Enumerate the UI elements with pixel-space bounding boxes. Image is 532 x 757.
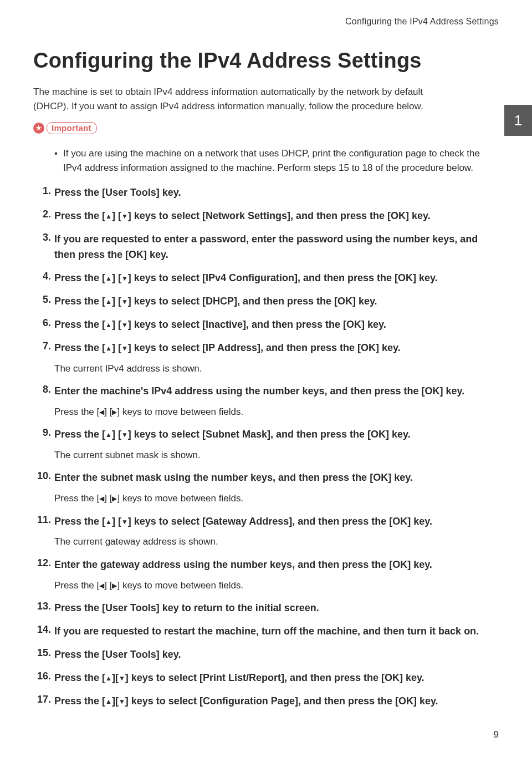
step-item: Press the [▲] [▼] keys to select [Gatewa… (33, 514, 499, 550)
up-arrow-icon: ▲ (105, 517, 112, 527)
page-title: Configuring the IPv4 Address Settings (33, 49, 499, 73)
right-arrow-icon: ▶ (112, 581, 117, 591)
step-note: Press the [◀] [▶] keys to move between f… (54, 405, 499, 419)
step-text: Press the [▲] [▼] keys to select [Gatewa… (54, 514, 499, 530)
down-arrow-icon: ▼ (121, 211, 128, 222)
step-text: Press the [▲] [▼] keys to select [Inacti… (54, 317, 499, 333)
left-arrow-icon: ◀ (99, 407, 104, 418)
important-badge: ★ Important (33, 122, 97, 134)
step-note: Press the [◀] [▶] keys to move between f… (54, 578, 499, 593)
steps-list: Press the [User Tools] key.Press the [▲]… (33, 185, 499, 709)
step-item: Press the [User Tools] key. (33, 185, 499, 201)
down-arrow-icon: ▼ (119, 673, 125, 684)
step-text: Press the [▲] [▼] keys to select [DHCP],… (54, 294, 499, 309)
running-header: Configuring the IPv4 Address Settings (33, 17, 499, 27)
step-note: The current gateway address is shown. (54, 535, 499, 549)
step-item: Press the [▲] [▼] keys to select [Inacti… (33, 317, 499, 333)
intro-paragraph: The machine is set to obtain IPv4 addres… (33, 85, 460, 114)
step-item: Press the [▲][▼] keys to select [Configu… (33, 694, 499, 709)
step-text: Press the [▲] [▼] keys to select [IP Add… (54, 341, 499, 356)
step-text: Enter the gateway address using the numb… (54, 557, 499, 573)
step-item: Press the [▲] [▼] keys to select [Subnet… (33, 427, 499, 463)
up-arrow-icon: ▲ (105, 273, 112, 284)
left-arrow-icon: ◀ (99, 494, 104, 504)
star-icon: ★ (33, 123, 44, 134)
step-item: Press the [User Tools] key to return to … (33, 601, 499, 616)
up-arrow-icon: ▲ (105, 211, 112, 222)
down-arrow-icon: ▼ (121, 343, 128, 354)
step-item: Press the [▲] [▼] keys to select [IPv4 C… (33, 271, 499, 286)
important-label: Important (47, 122, 97, 134)
down-arrow-icon: ▼ (121, 320, 128, 331)
step-item: Enter the machine's IPv4 address using t… (33, 384, 499, 419)
step-text: Press the [▲][▼] keys to select [Configu… (54, 694, 499, 709)
down-arrow-icon: ▼ (119, 697, 125, 707)
right-arrow-icon: ▶ (112, 407, 117, 418)
step-text: Press the [User Tools] key. (54, 185, 499, 201)
page-number: 9 (494, 729, 499, 740)
important-bullet: If you are using the machine on a networ… (54, 146, 499, 176)
page: Configuring the IPv4 Address Settings Co… (0, 0, 532, 757)
step-item: Enter the gateway address using the numb… (33, 557, 499, 593)
step-item: If you are requested to enter a password… (33, 232, 499, 263)
step-text: Enter the subnet mask using the number k… (54, 470, 499, 486)
step-item: Press the [User Tools] key. (33, 647, 499, 663)
step-item: Press the [▲] [▼] keys to select [IP Add… (33, 341, 499, 376)
right-arrow-icon: ▶ (112, 494, 117, 504)
up-arrow-icon: ▲ (105, 343, 112, 354)
up-arrow-icon: ▲ (105, 320, 112, 331)
step-item: Press the [▲] [▼] keys to select [Networ… (33, 209, 499, 224)
down-arrow-icon: ▼ (121, 297, 128, 307)
step-text: Press the [User Tools] key. (54, 647, 499, 663)
step-item: Enter the subnet mask using the number k… (33, 470, 499, 506)
step-note: Press the [◀] [▶] keys to move between f… (54, 491, 499, 506)
step-item: If you are requested to restart the mach… (33, 624, 499, 639)
step-item: Press the [▲][▼] keys to select [Print L… (33, 670, 499, 686)
step-text: Enter the machine's IPv4 address using t… (54, 384, 499, 399)
up-arrow-icon: ▲ (105, 297, 112, 307)
down-arrow-icon: ▼ (121, 273, 128, 284)
step-note: The current IPv4 address is shown. (54, 362, 499, 376)
intro-row: The machine is set to obtain IPv4 addres… (33, 85, 499, 114)
step-item: Press the [▲] [▼] keys to select [DHCP],… (33, 294, 499, 309)
up-arrow-icon: ▲ (105, 430, 112, 440)
up-arrow-icon: ▲ (105, 673, 112, 684)
left-arrow-icon: ◀ (99, 581, 104, 591)
down-arrow-icon: ▼ (121, 430, 128, 440)
step-text: Press the [▲] [▼] keys to select [Subnet… (54, 427, 499, 443)
step-text: Press the [▲][▼] keys to select [Print L… (54, 670, 499, 686)
step-text: Press the [User Tools] key to return to … (54, 601, 499, 616)
step-text: Press the [▲] [▼] keys to select [Networ… (54, 209, 499, 224)
up-arrow-icon: ▲ (105, 697, 112, 707)
step-text: If you are requested to enter a password… (54, 232, 499, 263)
step-text: Press the [▲] [▼] keys to select [IPv4 C… (54, 271, 499, 286)
step-text: If you are requested to restart the mach… (54, 624, 499, 639)
chapter-tab: 1 (504, 105, 532, 136)
step-note: The current subnet mask is shown. (54, 448, 499, 463)
down-arrow-icon: ▼ (121, 517, 128, 527)
